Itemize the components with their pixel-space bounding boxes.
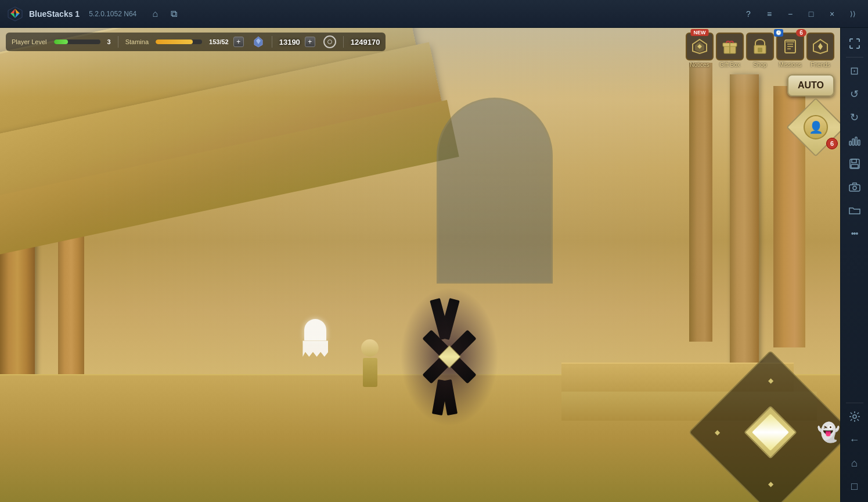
help-button[interactable]: ? (740, 6, 757, 22)
svg-rect-29 (849, 185, 860, 191)
refresh-button[interactable]: ↻ (844, 106, 866, 128)
player-level-bar-fill (54, 40, 68, 44)
auto-button[interactable]: AUTO (787, 74, 834, 96)
minimize-button[interactable]: − (782, 6, 798, 22)
multiinstance-button[interactable]: ⧉ (167, 7, 181, 21)
svg-marker-0 (8, 7, 22, 21)
stamina-bar (156, 40, 202, 44)
sidebar: ⊡ ↺ ↻ (840, 28, 868, 502)
fullscreen-button[interactable] (844, 33, 866, 55)
hud-top-right: NEW Notices (686, 33, 834, 68)
giftbox-button[interactable]: Gift Box (716, 33, 744, 68)
sidebar-divider-1 (846, 57, 863, 58)
hud-top: Player Level 3 Stamina 153/52 + (0, 28, 840, 73)
column-right-1 (730, 74, 759, 365)
dpad-top-indicator: ◆ (768, 376, 773, 385)
shop-icon (746, 33, 774, 60)
missions-label: Missions (779, 62, 802, 68)
missions-clock-icon: 🕐 (774, 29, 783, 37)
svg-rect-24 (855, 137, 857, 145)
char-count-badge: 6 (826, 138, 838, 149)
character-diamond-button[interactable]: 👤 6 (795, 106, 835, 147)
player-level-label: Player Level (12, 38, 47, 45)
svg-rect-25 (858, 140, 860, 145)
svg-rect-22 (849, 141, 851, 145)
gold-value: 1249170 (351, 38, 380, 46)
svg-rect-28 (851, 164, 858, 168)
recents-nav-button[interactable]: □ (844, 475, 866, 497)
app-name: BlueStacks 1 (29, 9, 80, 19)
back-nav-button[interactable]: ← (844, 429, 866, 451)
main-layout: Player Level 3 Stamina 153/52 + (0, 28, 868, 502)
portal-x (412, 299, 487, 415)
player-stats-panel: Player Level 3 Stamina 153/52 + (6, 33, 386, 51)
screenshot-button[interactable]: ⊡ (844, 60, 866, 82)
performance-button[interactable] (844, 130, 866, 152)
sidebar-toggle-button[interactable]: ⟩⟩ (845, 6, 861, 22)
notices-button[interactable]: NEW Notices (686, 33, 714, 68)
svg-rect-27 (852, 159, 856, 163)
giftbox-icon (716, 33, 744, 60)
dpad-bottom-indicator: ◆ (768, 480, 773, 488)
friends-icon (806, 33, 834, 60)
game-area[interactable]: Player Level 3 Stamina 153/52 + (0, 28, 840, 502)
stat-divider-1 (118, 36, 118, 48)
notices-new-badge: NEW (691, 29, 709, 36)
settings-button[interactable] (844, 406, 866, 428)
arch-doorway (437, 98, 553, 284)
missions-button[interactable]: 🕐 6 Missions (776, 33, 804, 68)
controls-dpad: ◆ ◆ ◆ ◆ 👻 (712, 374, 829, 490)
main-character (361, 339, 379, 386)
stat-divider-2 (272, 36, 272, 48)
svg-rect-14 (758, 48, 762, 52)
history-button[interactable]: ↺ (844, 83, 866, 105)
bluestacks-logo (7, 6, 23, 22)
stat-divider-3 (343, 36, 344, 48)
stamina-value: 153/52 (209, 38, 229, 45)
notices-label: Notices (690, 62, 709, 68)
crystal-add-button[interactable]: + (305, 37, 315, 47)
svg-point-30 (853, 187, 856, 190)
player-level-value: 3 (107, 38, 111, 45)
friends-button[interactable]: Friends (806, 33, 834, 68)
folder-button[interactable] (844, 199, 866, 221)
close-button[interactable]: × (824, 6, 840, 22)
player-level-bar (54, 40, 100, 44)
titlebar: BlueStacks 1 5.2.0.1052 N64 ⌂ ⧉ ? ≡ − □ … (0, 0, 868, 28)
shop-button[interactable]: Shop (746, 33, 774, 68)
dpad-left-indicator: ◆ (715, 428, 720, 436)
target-icon (323, 35, 336, 48)
crystal-value: 13190 (279, 38, 300, 46)
camera-button[interactable] (844, 176, 866, 198)
friends-label: Friends (811, 62, 830, 68)
svg-point-31 (853, 415, 856, 418)
crystal-icon (252, 35, 265, 48)
menu-button[interactable]: ≡ (761, 6, 777, 22)
app-version: 5.2.0.1052 N64 (89, 10, 136, 18)
home-button[interactable]: ⌂ (148, 7, 162, 21)
svg-rect-23 (852, 139, 854, 145)
save-button[interactable] (844, 153, 866, 175)
missions-icon (776, 33, 804, 60)
shop-label: Shop (753, 62, 766, 68)
missions-count-badge: 6 (796, 29, 806, 37)
maximize-button[interactable]: □ (803, 6, 819, 22)
stamina-add-button[interactable]: + (233, 37, 244, 47)
more-button[interactable]: ••• (844, 223, 866, 245)
sidebar-divider-2 (846, 403, 863, 403)
stamina-label: Stamina (125, 38, 149, 45)
home-nav-button[interactable]: ⌂ (844, 452, 866, 474)
notices-icon (686, 33, 714, 60)
giftbox-label: Gift Box (719, 62, 740, 68)
column-right-2 (689, 63, 712, 342)
stamina-bar-fill (156, 40, 193, 44)
ghost-character (302, 319, 329, 357)
ghost-button[interactable]: 👻 (817, 421, 840, 443)
